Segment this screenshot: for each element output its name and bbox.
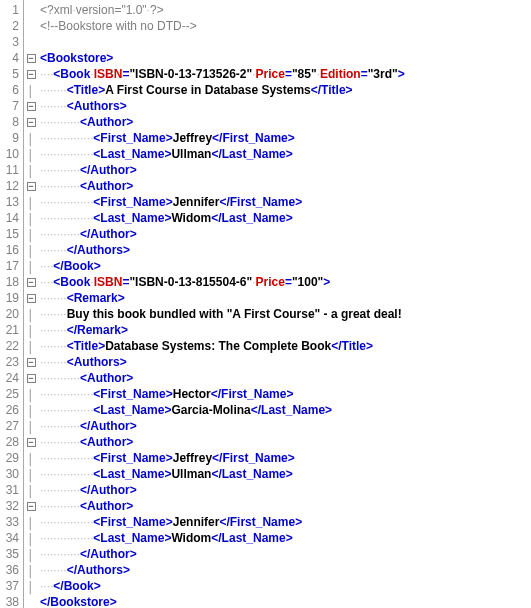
author-open: ············<Author> (40, 114, 531, 130)
line-number: 30 (0, 466, 19, 482)
fold-toggle[interactable]: − (24, 498, 38, 514)
tag-lastname-close: </Last_Name> (211, 467, 292, 481)
tag-firstname-close: </First_Name> (212, 131, 295, 145)
indent-dots: ············ (40, 227, 80, 241)
indent-dots: ········ (40, 339, 67, 353)
indent-dots: ················ (40, 515, 93, 529)
line-number: 38 (0, 594, 19, 608)
remark-open: ········<Remark> (40, 290, 531, 306)
remark-text: Buy this book bundled with "A First Cour… (67, 307, 402, 321)
line-number: 28 (0, 434, 19, 450)
indent-dots: ············ (40, 483, 80, 497)
first-name-text: Jennifer (173, 515, 220, 529)
indent-dots: ············ (40, 419, 80, 433)
line-number: 25 (0, 386, 19, 402)
line-number: 13 (0, 194, 19, 210)
indent-dots: ················ (40, 211, 93, 225)
indent-dots: ················ (40, 467, 93, 481)
fold-toggle[interactable]: − (24, 178, 38, 194)
fold-guide: │ (24, 514, 38, 530)
fold-toggle[interactable]: − (24, 354, 38, 370)
pi-open: <? (40, 3, 54, 17)
authors-close: ········</Authors> (40, 562, 531, 578)
attr-edition: Edition (320, 67, 361, 81)
fold-guide: │ (24, 210, 38, 226)
tag-author-close: </Author> (80, 419, 137, 433)
author-open: ············<Author> (40, 498, 531, 514)
fold-empty (24, 2, 38, 18)
tag-remark-open: <Remark> (67, 291, 125, 305)
indent-dots: ················ (40, 195, 93, 209)
fold-toggle[interactable]: − (24, 290, 38, 306)
line-number: 6 (0, 82, 19, 98)
last-name-text: Widom (171, 531, 211, 545)
xml-editor: 1234567891011121314151617181920212223242… (0, 0, 531, 608)
fold-toggle[interactable]: − (24, 434, 38, 450)
first-name-text: Jeffrey (173, 131, 212, 145)
title-line: ········<Title>Database Systems: The Com… (40, 338, 531, 354)
tag-lastname-open: <Last_Name> (93, 467, 171, 481)
line-number: 14 (0, 210, 19, 226)
indent-dots: ················ (40, 451, 93, 465)
fold-guide: │ (24, 338, 38, 354)
tag-authors-open: <Authors> (67, 355, 127, 369)
fold-empty (24, 34, 38, 50)
book-close: ····</Book> (40, 578, 531, 594)
line-number: 31 (0, 482, 19, 498)
indent-dots: ········ (40, 99, 67, 113)
tag-lastname-close: </Last_Name> (211, 531, 292, 545)
authors-open: ········<Authors> (40, 354, 531, 370)
tag-authors-close: </Authors> (67, 243, 130, 257)
line-number: 10 (0, 146, 19, 162)
fold-guide: │ (24, 194, 38, 210)
code-area[interactable]: <?xml·version="1.0"·?><!--Bookstore with… (38, 0, 531, 608)
tag-book-close: </Book> (53, 259, 100, 273)
xml-comment: <!--Bookstore with no DTD--> (40, 19, 197, 33)
indent-dots: ········ (40, 243, 67, 257)
author-open: ············<Author> (40, 178, 531, 194)
line-number: 3 (0, 34, 19, 50)
book-open: ····<Book·ISBN="ISBN-0-13-713526-2"·Pric… (40, 66, 531, 82)
fold-guide: │ (24, 530, 38, 546)
tag-author-close: </Author> (80, 227, 137, 241)
fold-toggle[interactable]: − (24, 50, 38, 66)
line-number: 36 (0, 562, 19, 578)
attr-isbn: ISBN (94, 275, 123, 289)
indent-dots: ···· (40, 579, 53, 593)
line-number: 8 (0, 114, 19, 130)
authors-open: ········<Authors> (40, 98, 531, 114)
fold-toggle[interactable]: − (24, 66, 38, 82)
fold-toggle[interactable]: − (24, 274, 38, 290)
last-name-text: Ullman (171, 147, 211, 161)
fold-guide: │ (24, 578, 38, 594)
fold-toggle[interactable]: − (24, 114, 38, 130)
fold-guide: │ (24, 242, 38, 258)
author-close: ············</Author> (40, 546, 531, 562)
fold-guide: │ (24, 258, 38, 274)
fold-toggle[interactable]: − (24, 370, 38, 386)
tag-firstname-open: <First_Name> (93, 515, 172, 529)
line-number: 22 (0, 338, 19, 354)
line-number: 24 (0, 370, 19, 386)
author-close: ············</Author> (40, 226, 531, 242)
tag-firstname-open: <First_Name> (93, 131, 172, 145)
tag-bookstore-close: </Bookstore> (40, 595, 117, 608)
indent-dots: ················ (40, 531, 93, 545)
line-number: 16 (0, 242, 19, 258)
line-number: 34 (0, 530, 19, 546)
fold-guide: │ (24, 450, 38, 466)
line-number: 18 (0, 274, 19, 290)
tag-lastname-open: <Last_Name> (93, 531, 171, 545)
attr-isbn: ISBN (94, 67, 123, 81)
fold-guide: │ (24, 82, 38, 98)
tag-lastname-open: <Last_Name> (93, 403, 171, 417)
fold-toggle[interactable]: − (24, 98, 38, 114)
line-number: 7 (0, 98, 19, 114)
fold-guide: │ (24, 546, 38, 562)
first-name-line: ················<First_Name>Hector</Firs… (40, 386, 531, 402)
first-name-line: ················<First_Name>Jeffrey</Fir… (40, 450, 531, 466)
last-name-line: ················<Last_Name>Widom</Last_N… (40, 530, 531, 546)
tag-lastname-close: </Last_Name> (211, 211, 292, 225)
line-number-gutter: 1234567891011121314151617181920212223242… (0, 0, 24, 608)
line-number: 2 (0, 18, 19, 34)
